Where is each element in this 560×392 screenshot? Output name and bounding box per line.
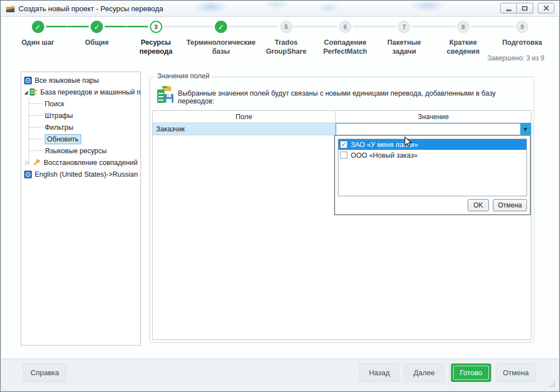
field-values-description: Выбранные значения полей будут связаны с… — [178, 89, 528, 105]
titlebar: Создать новый проект - Ресурсы перевода — [1, 1, 559, 17]
step-label: Пакетные задачи — [375, 38, 434, 56]
minimize-button[interactable] — [500, 3, 517, 13]
progress-note: Завершено: 3 из 9 — [487, 54, 544, 62]
step-number: 7 — [398, 21, 410, 33]
tree-item-penalties[interactable]: Штрафы — [21, 110, 140, 121]
minimize-icon — [506, 10, 511, 11]
step-number: 8 — [457, 21, 469, 33]
field-name-cell[interactable]: Заказчик — [153, 123, 336, 135]
wizard-step-8[interactable]: 8 Краткие сведения — [434, 20, 492, 65]
tree-item-label: Фильтры — [45, 124, 73, 131]
chevron-down-icon: ▼ — [524, 127, 527, 132]
wizard-dialog: Создать новый проект - Ресурсы перевода … — [0, 0, 560, 392]
combobox-value[interactable] — [336, 124, 520, 135]
step-completed-icon: ✓ — [32, 21, 44, 33]
footer-separator — [449, 362, 449, 385]
app-window-icon — [6, 5, 16, 13]
tree-item-all-language-pairs[interactable]: Все языковые пары — [21, 74, 140, 86]
window-controls — [501, 3, 554, 13]
cancel-button[interactable]: Отмена — [496, 363, 536, 382]
maximize-icon — [522, 6, 528, 11]
step-label: Терминологические базы — [185, 38, 256, 56]
maximize-button[interactable] — [516, 3, 533, 13]
expander-collapsed-icon[interactable]: ▷ — [24, 159, 31, 166]
step-number: 5 — [280, 21, 293, 33]
dropdown-cancel-button[interactable]: Отмена — [493, 199, 527, 211]
value-dropdown-panel: ✓ ЗАО «У меня лапки» ООО «Новый заказ» O… — [334, 135, 531, 215]
step-label: Подготовка — [493, 38, 552, 47]
settings-tree: Все языковые пары ◢ База переводов и маш… — [21, 72, 141, 346]
expander-expanded-icon[interactable]: ◢ — [24, 89, 28, 95]
tree-item-language-resources[interactable]: Языковые ресурсы — [21, 145, 140, 157]
combobox-dropdown-button[interactable]: ▼ — [520, 124, 530, 135]
wizard-step-7[interactable]: 7 Пакетные задачи — [375, 20, 434, 65]
option-label: ООО «Новый заказ» — [351, 152, 418, 159]
help-button[interactable]: Справка — [23, 363, 67, 382]
resize-grip[interactable] — [554, 386, 555, 387]
field-value-cell: ▼ — [336, 123, 531, 135]
tree-item-label-selected: Обновить — [45, 134, 81, 144]
dropdown-buttons: OK Отмена — [468, 199, 527, 211]
step-number: 9 — [516, 21, 528, 33]
next-button[interactable]: Далее — [404, 363, 444, 382]
step-label: Один шаг — [8, 38, 67, 47]
step-label: Ресурсы перевода — [126, 38, 185, 56]
finish-button[interactable]: Готово — [451, 363, 491, 382]
step-number: 3 — [150, 21, 162, 33]
step-label: Краткие сведения — [434, 38, 492, 56]
tree-item-label: Все языковые пары — [35, 77, 99, 84]
close-icon — [543, 5, 549, 11]
wizard-step-6[interactable]: 6 Совпадение PerfectMatch — [316, 20, 374, 65]
tree-item-language-pair-en-ru[interactable]: English (United States)->Russian (Ru — [21, 168, 140, 180]
back-button[interactable]: Назад — [359, 363, 399, 382]
step-label: Trados GroupShare — [257, 38, 316, 56]
table-header: Поле Значение — [153, 111, 531, 123]
dropdown-option-unchecked[interactable]: ООО «Новый заказ» — [338, 150, 526, 160]
ok-button[interactable]: OK — [468, 199, 489, 211]
wizard-stepper: ✓ Один шаг ✓ Общие 3 Ресурсы перевода ✓ … — [8, 20, 552, 65]
wizard-step-4[interactable]: ✓ Терминологические базы — [185, 20, 256, 65]
tree-item-update-selected[interactable]: Обновить — [21, 133, 140, 145]
table-row[interactable]: Заказчик ▼ — [153, 123, 531, 135]
wrench-icon — [32, 158, 41, 167]
checkbox-unchecked-icon[interactable] — [340, 152, 347, 159]
wizard-step-5[interactable]: 5 Trados GroupShare — [257, 20, 316, 65]
step-number: 6 — [339, 21, 351, 33]
column-header-value: Значение — [336, 111, 531, 122]
wizard-step-2[interactable]: ✓ Общие — [67, 20, 126, 65]
tree-item-label: Восстановление совпадений — [44, 159, 138, 167]
tree-item-translation-memory[interactable]: ◢ База переводов и машинный п — [21, 86, 140, 98]
footer-bar: Справка Назад Далее Готово Отмена — [2, 358, 558, 390]
mouse-cursor — [404, 136, 412, 150]
step-label: Общие — [67, 38, 126, 47]
dropdown-option-list: ✓ ЗАО «У меня лапки» ООО «Новый заказ» — [338, 139, 527, 196]
tree-item-search[interactable]: Поиск — [21, 98, 140, 110]
step-completed-icon: ✓ — [215, 21, 227, 33]
value-combobox[interactable]: ▼ — [336, 123, 531, 135]
tree-item-label: Поиск — [45, 100, 64, 108]
update-tm-icon — [157, 86, 175, 107]
window-title: Создать новый проект - Ресурсы перевода — [18, 4, 163, 13]
language-pair-icon — [24, 171, 32, 178]
translation-memory-icon — [29, 88, 37, 96]
tree-item-label: Штрафы — [45, 112, 73, 120]
wizard-step-3-current[interactable]: 3 Ресурсы перевода — [126, 20, 185, 65]
groupbox-title: Значения полей — [154, 72, 212, 80]
column-header-field: Поле — [153, 111, 336, 122]
tree-item-filters[interactable]: Фильтры — [21, 121, 140, 133]
wizard-step-1[interactable]: ✓ Один шаг — [8, 20, 67, 65]
step-completed-icon: ✓ — [91, 21, 103, 33]
checkbox-checked-icon[interactable]: ✓ — [340, 141, 347, 148]
tree-item-label: Языковые ресурсы — [45, 147, 107, 155]
step-label: Совпадение PerfectMatch — [316, 38, 374, 56]
dropdown-option-checked[interactable]: ✓ ЗАО «У меня лапки» — [338, 139, 526, 150]
close-button[interactable] — [538, 3, 554, 13]
language-pairs-icon — [24, 77, 32, 84]
tree-item-match-repair[interactable]: ▷ Восстановление совпадений — [21, 157, 140, 168]
tree-item-label: English (United States)->Russian (Ru — [35, 171, 141, 178]
tree-item-label: База переводов и машинный п — [40, 88, 140, 96]
